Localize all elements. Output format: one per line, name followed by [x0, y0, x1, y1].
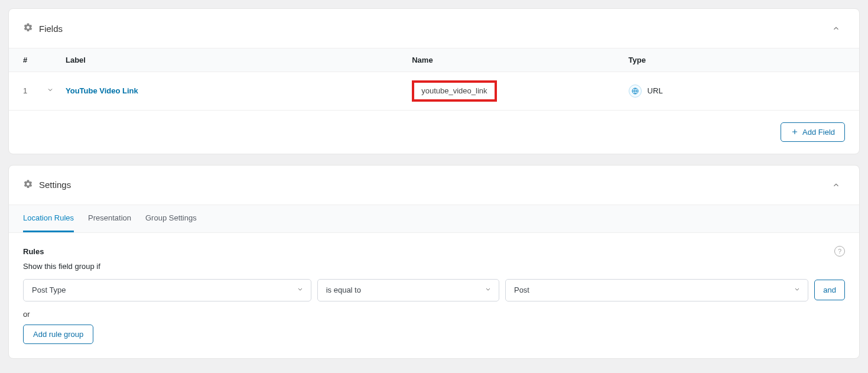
globe-icon [629, 85, 642, 98]
rules-subheading: Show this field group if [23, 262, 845, 271]
col-header-name: Name [412, 56, 628, 64]
chevron-down-icon [485, 286, 492, 294]
add-rule-group-button[interactable]: Add rule group [23, 325, 93, 344]
fields-panel-title: Fields [39, 24, 63, 34]
collapse-settings-button[interactable] [827, 176, 845, 194]
add-rule-group-label: Add rule group [33, 330, 83, 339]
settings-panel-header: Settings [9, 166, 859, 205]
rules-heading: Rules [23, 247, 845, 256]
field-label-link[interactable]: YouTube Video Link [66, 86, 138, 95]
settings-panel-title: Settings [39, 180, 71, 190]
chevron-down-icon [794, 286, 801, 294]
rule-value-select[interactable]: Post [505, 279, 808, 301]
field-type-label: URL [648, 86, 663, 95]
fields-panel: Fields # Label Name Type 1 YouTube Video… [8, 8, 860, 154]
settings-tabs: Location Rules Presentation Group Settin… [9, 205, 859, 233]
expand-row-toggle[interactable] [47, 86, 66, 95]
gear-icon [23, 22, 33, 34]
tab-presentation[interactable]: Presentation [88, 205, 131, 232]
or-label: or [23, 310, 845, 319]
settings-body: ? Rules Show this field group if Post Ty… [9, 233, 859, 358]
row-number: 1 [23, 86, 47, 95]
chevron-down-icon [297, 286, 304, 294]
col-header-label: Label [66, 56, 412, 64]
collapse-fields-button[interactable] [827, 20, 845, 37]
col-header-type: Type [629, 56, 845, 64]
help-icon[interactable]: ? [834, 246, 845, 257]
tab-location-rules[interactable]: Location Rules [23, 205, 74, 232]
fields-panel-header: Fields [9, 9, 859, 48]
settings-panel: Settings Location Rules Presentation Gro… [8, 165, 860, 359]
add-field-label: Add Field [802, 128, 835, 137]
fields-actions: Add Field [9, 111, 859, 154]
gear-icon [23, 179, 33, 191]
fields-table-header: # Label Name Type [9, 48, 859, 72]
rule-param-select[interactable]: Post Type [23, 279, 311, 301]
col-header-number: # [23, 56, 47, 64]
rule-operator-select[interactable]: is equal to [317, 279, 499, 301]
field-name-highlighted: youtube_video_link [412, 80, 496, 102]
and-button[interactable]: and [814, 280, 845, 300]
table-row[interactable]: 1 YouTube Video Link youtube_video_link … [9, 72, 859, 111]
fields-table: # Label Name Type 1 YouTube Video Link y… [9, 48, 859, 111]
rule-value-value: Post [514, 286, 529, 294]
add-field-button[interactable]: Add Field [781, 122, 845, 142]
tab-group-settings[interactable]: Group Settings [145, 205, 197, 232]
rule-row: Post Type is equal to Post and [23, 279, 845, 301]
rule-operator-value: is equal to [326, 286, 361, 294]
rule-param-value: Post Type [32, 286, 66, 294]
